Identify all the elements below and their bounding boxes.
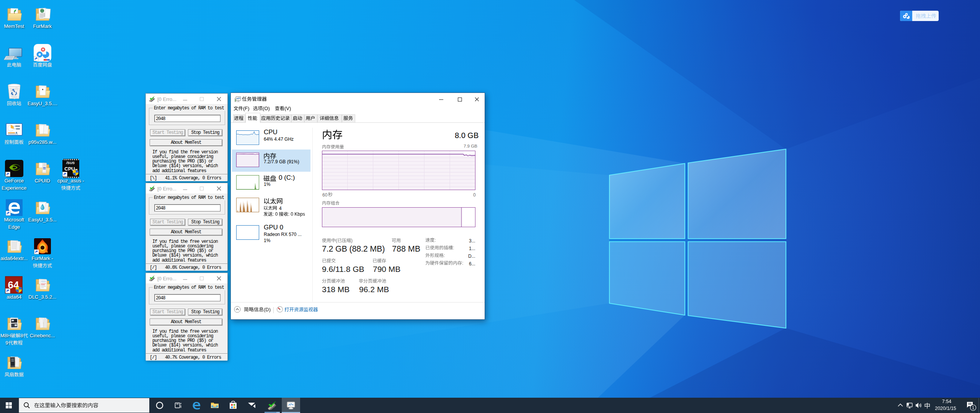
svg-text:FMark: FMark [38,250,49,254]
svg-text:cpuz_asus -: cpuz_asus - [57,178,84,184]
svg-text:aida64extr...: aida64extr... [1,255,28,261]
svg-text:Cinebenc...: Cinebenc... [30,333,55,338]
svg-text:FurMark -: FurMark - [32,255,53,261]
svg-text:EasyU_3.5...: EasyU_3.5... [28,217,57,223]
svg-text:MemTest: MemTest [4,23,24,29]
svg-text:aida64: aida64 [7,294,21,300]
svg-text:9: 9 [6,340,8,346]
svg-text:8: 8 [20,333,23,338]
svg-text:FurMark: FurMark [33,23,52,29]
svg-text:p95v285.w...: p95v285.w... [29,139,57,145]
svg-text:M8H: M8H [0,333,11,338]
svg-text:Experience: Experience [2,185,26,191]
svg-text:EasyU_3.5....: EasyU_3.5.... [28,101,57,106]
svg-text:CPUID: CPUID [35,178,50,184]
svg-text:GeForce: GeForce [5,178,24,184]
svg-text:DLC_3.5.2...: DLC_3.5.2... [29,294,57,300]
svg-text:Edge: Edge [8,224,20,230]
svg-text:Microsoft: Microsoft [4,217,24,223]
svg-text:/SUS: /SUS [66,161,75,165]
